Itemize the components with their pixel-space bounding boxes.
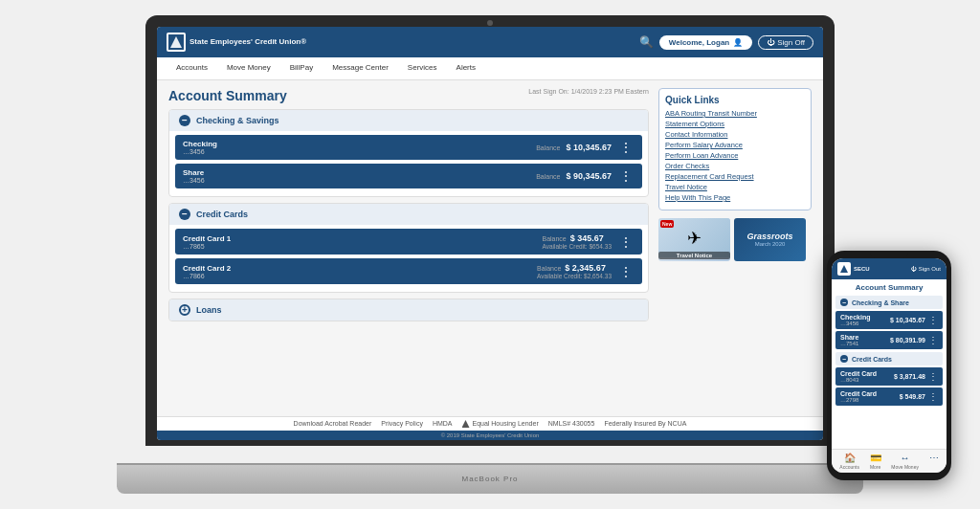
quick-links-box: Quick Links ABA Routing Transit Number S…: [658, 88, 812, 210]
phone-share-row[interactable]: Share …7541 $ 80,391.99 ⋮: [835, 331, 943, 349]
footer-privacy[interactable]: Privacy Policy: [381, 420, 423, 428]
footer: Download Acrobat Reader Privacy Policy H…: [157, 416, 823, 431]
quick-link-travel[interactable]: Travel Notice: [665, 183, 805, 191]
footer-acrobat[interactable]: Download Acrobat Reader: [294, 420, 372, 428]
phone-checking-dots[interactable]: ⋮: [928, 315, 938, 325]
nav-message-center[interactable]: Message Center: [323, 57, 398, 79]
quick-link-loan[interactable]: Perform Loan Advance: [665, 151, 805, 160]
checking-savings-title: Checking & Savings: [196, 116, 279, 125]
footer-bottom: © 2019 State Employees' Credit Union: [157, 431, 823, 440]
phone-sign-off[interactable]: ⏻ Sign Out: [911, 266, 941, 272]
phone-checking-collapse: −: [840, 299, 848, 306]
phone-cc1-row[interactable]: Credit Card …8043 $ 3,871.48 ⋮: [835, 367, 943, 386]
loans-section: + Loans: [168, 299, 649, 321]
phone-nav-move-money[interactable]: ↔ Move Money: [891, 453, 919, 470]
share-menu-dots[interactable]: ⋮: [617, 168, 635, 184]
last-sign-on: Last Sign On: 1/4/2019 2:23 PM Eastern: [528, 88, 649, 95]
phone-cc-header[interactable]: − Credit Cards: [835, 352, 943, 365]
nav-services[interactable]: Services: [398, 57, 447, 79]
quick-links-title: Quick Links: [665, 95, 805, 105]
top-bar: State Employees' Credit Union® 🔍 Welcome…: [157, 27, 823, 57]
share-name: Share: [183, 168, 205, 177]
phone-more-label: More: [870, 464, 880, 470]
cc1-menu-dots[interactable]: ⋮: [617, 234, 635, 250]
quick-link-contact[interactable]: Contact Information: [665, 130, 805, 139]
phone-nav-overflow[interactable]: ⋯: [929, 453, 939, 470]
phone-move-money-label: Move Money: [891, 464, 919, 470]
share-info: Share …3456: [183, 168, 205, 184]
phone-notch: [870, 251, 908, 258]
sign-off-button[interactable]: ⏻ Sign Off: [758, 35, 813, 50]
loans-header[interactable]: + Loans: [169, 299, 648, 321]
footer-nmls[interactable]: NMLS# 430055: [548, 420, 595, 428]
phone-checking-info: Checking …3456: [840, 314, 871, 326]
share-account-row[interactable]: Share …3456 Balance $ 90,345.67 ⋮: [175, 164, 642, 188]
checking-balance-area: Balance $ 10,345.67 ⋮: [536, 140, 635, 155]
checking-account-row[interactable]: Checking …3456 Balance $ 10,345.67 ⋮: [175, 135, 642, 160]
checking-name: Checking: [183, 140, 217, 148]
loans-expand-icon[interactable]: +: [179, 304, 190, 316]
quick-link-statement[interactable]: Statement Options: [665, 120, 805, 128]
main-content: Account Summary Last Sign On: 1/4/2019 2…: [157, 80, 823, 416]
search-icon[interactable]: 🔍: [639, 35, 654, 49]
promo-grassroots[interactable]: Grassroots March 2020: [734, 218, 806, 261]
phone-more-icon: 💳: [870, 453, 881, 463]
cc1-account-row[interactable]: Credit Card 1 …7865 Balance $ 345.67: [175, 229, 642, 254]
promo-travel[interactable]: New ✈ Travel Notice: [658, 218, 730, 261]
collapse-icon[interactable]: −: [179, 115, 190, 126]
cc2-menu-dots[interactable]: ⋮: [617, 264, 635, 279]
phone-cc2-balance-area: $ 549.87 ⋮: [900, 391, 938, 402]
quick-link-aba[interactable]: ABA Routing Transit Number: [665, 109, 805, 118]
cc1-balance: $ 345.67: [570, 233, 604, 243]
cc2-balance-label: Balance: [537, 265, 561, 272]
footer-hmda[interactable]: HMDA: [433, 420, 453, 428]
phone-nav-accounts[interactable]: 🏠 Accounts: [839, 453, 859, 470]
checking-num: …3456: [183, 148, 217, 155]
phone-cc2-dots[interactable]: ⋮: [928, 391, 938, 402]
promo-images: New ✈ Travel Notice Grassroots: [658, 218, 812, 261]
phone-checking-header[interactable]: − Checking & Share: [835, 296, 943, 309]
checking-menu-dots[interactable]: ⋮: [617, 140, 635, 155]
phone-share-dots[interactable]: ⋮: [928, 335, 938, 345]
footer-equal-housing[interactable]: Equal Housing Lender: [462, 420, 539, 428]
equal-housing-icon: [462, 420, 470, 428]
nav-billpay[interactable]: BillPay: [280, 57, 323, 79]
quick-link-help[interactable]: Help With This Page: [665, 193, 805, 202]
footer-ncua[interactable]: Federally Insured By NCUA: [604, 420, 686, 428]
cc1-name: Credit Card 1: [183, 234, 231, 243]
nav-alerts[interactable]: Alerts: [447, 57, 485, 79]
cc2-balance-area: Balance $ 2,345.67 Available Credit: $2,…: [537, 263, 635, 279]
phone-move-money-icon: ↔: [901, 453, 910, 463]
cc2-account-row[interactable]: Credit Card 2 …7866 Balance $ 2,345.67: [175, 258, 642, 284]
phone-logo-area: SECU: [837, 262, 870, 276]
cc2-balance: $ 2,345.67: [565, 263, 606, 273]
phone-content: Account Summary − Checking & Share Check…: [832, 279, 947, 449]
phone-accounts-label: Accounts: [839, 464, 859, 470]
credit-cards-header[interactable]: − Credit Cards: [169, 204, 648, 225]
nav-move-money[interactable]: Move Money: [217, 57, 280, 79]
left-panel: Account Summary Last Sign On: 1/4/2019 2…: [168, 88, 649, 409]
phone-cc1-dots[interactable]: ⋮: [928, 371, 938, 382]
credit-cards-collapse-icon[interactable]: −: [179, 209, 190, 220]
quick-link-checks[interactable]: Order Checks: [665, 162, 805, 170]
nav-accounts[interactable]: Accounts: [167, 57, 217, 79]
phone-checking-row[interactable]: Checking …3456 $ 10,345.67 ⋮: [835, 311, 943, 329]
laptop-screen: State Employees' Credit Union® 🔍 Welcome…: [157, 27, 823, 440]
phone-accounts-icon: 🏠: [844, 453, 856, 463]
phone-nav-more[interactable]: 💳 More: [870, 453, 881, 470]
checking-balance: $ 10,345.67: [566, 143, 612, 152]
laptop-camera: [487, 20, 493, 26]
checking-savings-header[interactable]: − Checking & Savings: [169, 110, 648, 131]
quick-link-salary[interactable]: Perform Salary Advance: [665, 141, 805, 149]
svg-marker-2: [840, 265, 848, 273]
laptop: State Employees' Credit Union® 🔍 Welcome…: [117, 15, 863, 494]
phone-cc2-row[interactable]: Credit Card …2798 $ 549.87 ⋮: [835, 387, 943, 406]
scene: State Employees' Credit Union® 🔍 Welcome…: [0, 0, 980, 509]
phone-page-title: Account Summary: [835, 283, 943, 292]
phone-logo-icon: [837, 262, 851, 276]
phone: SECU ⏻ Sign Out Account Summary − Checki…: [827, 251, 951, 480]
welcome-text: Welcome, Logan: [669, 38, 729, 47]
right-panel: Quick Links ABA Routing Transit Number S…: [658, 88, 812, 409]
quick-link-replacement[interactable]: Replacement Card Request: [665, 172, 805, 181]
checking-balance-label: Balance: [536, 144, 560, 151]
